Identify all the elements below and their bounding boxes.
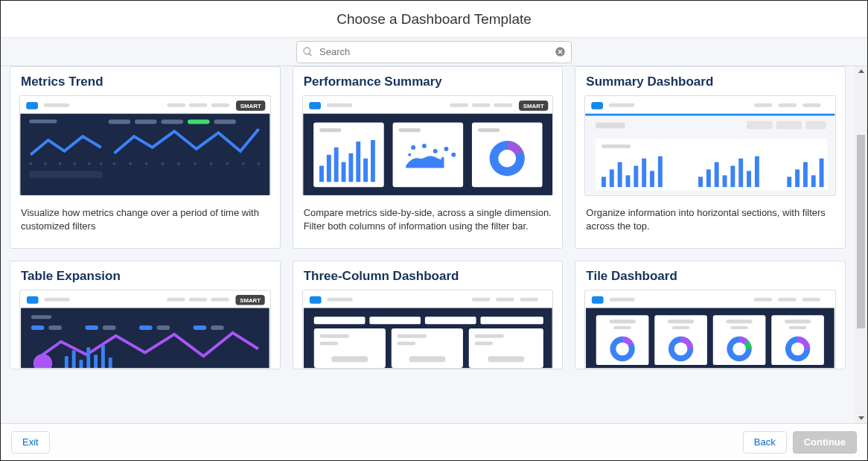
- search-input[interactable]: [296, 41, 572, 63]
- svg-rect-68: [592, 102, 604, 109]
- svg-point-57: [433, 149, 437, 153]
- svg-rect-71: [779, 104, 797, 107]
- svg-rect-70: [754, 104, 773, 107]
- svg-point-30: [226, 162, 229, 165]
- clear-search-icon[interactable]: [555, 46, 566, 57]
- search-toolbar: [1, 38, 867, 66]
- svg-rect-162: [610, 320, 636, 324]
- svg-rect-155: [778, 298, 797, 302]
- svg-rect-97: [788, 177, 792, 187]
- svg-rect-54: [398, 128, 421, 132]
- svg-rect-36: [450, 104, 468, 107]
- scrollbar-track[interactable]: [857, 75, 865, 414]
- svg-rect-13: [162, 120, 184, 124]
- svg-rect-49: [341, 162, 345, 182]
- back-button[interactable]: Back: [743, 431, 787, 454]
- svg-point-28: [194, 162, 197, 165]
- scroll-up-icon[interactable]: [858, 68, 865, 75]
- svg-rect-169: [789, 326, 807, 329]
- svg-rect-86: [642, 159, 647, 187]
- svg-rect-84: [626, 175, 631, 187]
- svg-text:SMART: SMART: [240, 103, 261, 109]
- svg-rect-6: [211, 104, 229, 107]
- svg-rect-77: [776, 121, 802, 129]
- svg-point-20: [88, 162, 91, 165]
- svg-rect-112: [31, 325, 45, 330]
- svg-rect-105: [167, 298, 185, 302]
- template-scroll-area[interactable]: Metrics Trend SMART: [1, 66, 855, 423]
- svg-point-27: [177, 162, 180, 165]
- template-card-performance-summary[interactable]: Performance Summary SMART: [293, 66, 564, 249]
- svg-rect-167: [731, 326, 749, 329]
- svg-rect-135: [313, 317, 365, 325]
- template-title: Summary Dashboard: [575, 67, 845, 95]
- svg-text:SMART: SMART: [523, 103, 543, 109]
- svg-rect-133: [520, 298, 538, 302]
- search-icon: [302, 46, 313, 57]
- svg-rect-15: [214, 120, 236, 124]
- svg-rect-132: [496, 298, 514, 302]
- svg-rect-35: [327, 104, 352, 107]
- svg-rect-150: [488, 357, 524, 363]
- svg-rect-99: [803, 162, 808, 187]
- svg-rect-146: [397, 342, 415, 346]
- svg-rect-165: [672, 326, 690, 329]
- svg-point-175: [733, 343, 747, 356]
- svg-rect-168: [785, 320, 811, 324]
- svg-point-63: [451, 153, 456, 157]
- template-preview: SMART: [19, 95, 271, 196]
- template-preview: SMART: [302, 95, 554, 196]
- svg-rect-10: [29, 120, 57, 124]
- continue-button: Continue: [793, 431, 857, 454]
- template-desc: Organize information into horizontal sec…: [575, 196, 845, 248]
- modal-footer: Exit Back Continue: [1, 423, 867, 460]
- svg-rect-85: [634, 166, 639, 188]
- svg-rect-154: [754, 298, 773, 302]
- template-card-summary-dashboard[interactable]: Summary Dashboard: [575, 66, 846, 249]
- template-card-metrics-trend[interactable]: Metrics Trend SMART: [10, 66, 281, 249]
- svg-rect-22: [29, 171, 103, 178]
- svg-rect-64: [477, 128, 500, 132]
- exit-button[interactable]: Exit: [11, 431, 50, 454]
- svg-rect-73: [586, 114, 835, 116]
- svg-rect-104: [44, 298, 69, 302]
- svg-rect-9: [20, 114, 269, 195]
- svg-point-61: [408, 153, 411, 156]
- svg-point-23: [112, 162, 115, 165]
- svg-point-177: [791, 343, 805, 356]
- template-card-three-column[interactable]: Three-Column Dashboard: [293, 261, 564, 369]
- svg-rect-117: [157, 325, 170, 330]
- template-title: Three-Column Dashboard: [293, 261, 563, 290]
- svg-rect-87: [650, 171, 654, 187]
- svg-rect-2: [26, 102, 38, 109]
- template-card-tile-dashboard[interactable]: Tile Dashboard: [575, 261, 846, 369]
- svg-rect-116: [139, 325, 153, 330]
- vertical-scrollbar[interactable]: [855, 66, 867, 423]
- svg-rect-82: [610, 170, 614, 188]
- svg-rect-101: [820, 159, 824, 187]
- svg-rect-47: [327, 155, 331, 182]
- template-title: Metrics Trend: [10, 67, 280, 95]
- svg-rect-152: [592, 296, 604, 304]
- svg-rect-137: [425, 317, 476, 325]
- footer-right-group: Back Continue: [743, 431, 857, 454]
- svg-rect-37: [472, 104, 491, 107]
- template-card-table-expansion[interactable]: Table Expansion SMART: [10, 261, 281, 369]
- svg-rect-46: [319, 166, 324, 182]
- scroll-down-icon[interactable]: [858, 414, 865, 422]
- svg-point-29: [210, 162, 213, 165]
- modal-header: Choose a Dashboard Template: [1, 1, 867, 38]
- svg-rect-100: [811, 175, 816, 187]
- svg-point-66: [498, 150, 516, 168]
- svg-point-31: [242, 162, 245, 165]
- template-title: Performance Summary: [293, 67, 563, 95]
- svg-rect-90: [706, 170, 711, 188]
- svg-point-59: [415, 161, 418, 164]
- svg-rect-88: [658, 156, 663, 187]
- svg-rect-127: [109, 358, 112, 369]
- scrollbar-thumb[interactable]: [857, 135, 865, 328]
- svg-rect-148: [474, 334, 503, 338]
- template-preview: [584, 290, 836, 369]
- svg-rect-53: [371, 140, 375, 182]
- svg-point-171: [616, 343, 630, 356]
